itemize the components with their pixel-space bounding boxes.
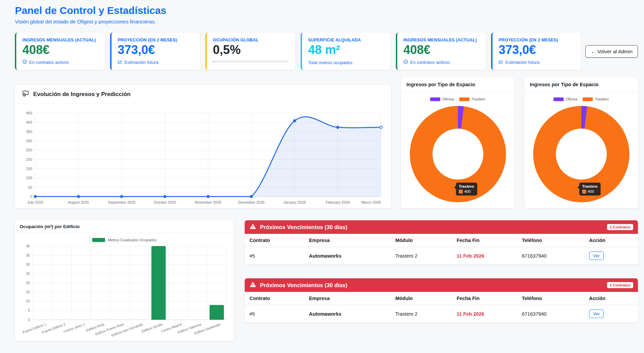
expirations-column: Próximos Vencimientos (30 días) 1 Contra… xyxy=(245,220,638,322)
tooltip-label: Trastero xyxy=(459,184,474,188)
occupancy-progress-bar xyxy=(213,60,289,62)
stat-footer-label: En contratos activos xyxy=(29,60,69,65)
cell-telefono: 671637940 xyxy=(522,307,589,321)
stat-value: 373,0€ xyxy=(499,43,575,57)
expirations-table-2: Próximos Vencimientos (30 días) 1 Contra… xyxy=(245,278,638,322)
donut-chart-title: Ingresos por Tipo de Espacio xyxy=(524,77,638,92)
tooltip-value-row: 400 xyxy=(582,189,598,193)
stat-label: INGRESOS MENSUALES (ACTUAL) xyxy=(22,38,99,42)
svg-text:25: 25 xyxy=(26,272,30,276)
svg-text:50: 50 xyxy=(28,185,32,189)
table-row: #5 Automaworks Trastero 2 11 Feb 2026 67… xyxy=(245,247,638,264)
svg-text:Centro Jerez 1: Centro Jerez 1 xyxy=(63,322,85,333)
column-header: Acción xyxy=(589,234,633,247)
cell-contrato: #5 xyxy=(249,249,309,263)
donut-chart: Trastero 400 xyxy=(533,106,629,202)
tooltip-swatch xyxy=(582,190,586,193)
income-evolution-header: $ Evolución de Ingresos y Predicción xyxy=(15,85,391,104)
legend-item-trastero[interactable]: Trastero xyxy=(459,97,485,101)
occupancy-progress-fill xyxy=(213,60,213,62)
column-header: Módulo xyxy=(395,234,457,247)
legend-label: Oficina xyxy=(566,97,577,101)
svg-text:5: 5 xyxy=(28,309,30,312)
donut-chart-title: Ingresos por Tipo de Espacio xyxy=(401,77,515,92)
stat-card: SUPERFICIE ALQUILADA 48 m² Total metros … xyxy=(301,33,390,70)
dashboard-page: Panel de Control y Estadísticas Visión g… xyxy=(0,0,644,341)
column-header: Acción xyxy=(589,292,633,305)
svg-text:30: 30 xyxy=(26,263,30,266)
bar-chart-title: Ocupación (m²) por Edificio xyxy=(15,220,234,233)
expirations-table-header: Próximos Vencimientos (30 días) 1 Contra… xyxy=(245,220,638,234)
trending-up-icon xyxy=(118,59,122,65)
oficina-swatch xyxy=(430,97,440,101)
stat-card: PROYECCIÓN (EN 2 MESES) 373,0€ Estimació… xyxy=(110,33,200,70)
donut-legend: Oficina Trastero xyxy=(554,97,609,101)
trending-up-icon xyxy=(499,59,503,65)
donut-chart: Trastero 400 xyxy=(410,106,506,202)
cell-accion: Ver xyxy=(589,247,633,264)
trastero-swatch xyxy=(583,97,593,101)
stat-footer: En contratos activos xyxy=(403,59,480,65)
cell-accion: Ver xyxy=(589,305,633,322)
income-evolution-chart: 050100150200250300350400450July 2025Augu… xyxy=(21,108,384,209)
stat-value: 48 m² xyxy=(308,43,384,57)
page-title: Panel de Control y Estadísticas xyxy=(15,5,638,16)
expirations-title: Próximos Vencimientos (30 días) xyxy=(260,224,347,230)
column-header: Módulo xyxy=(395,292,457,305)
svg-text:July 2025: July 2025 xyxy=(27,200,43,204)
svg-text:0: 0 xyxy=(28,318,30,322)
income-evolution-card: $ Evolución de Ingresos y Predicción 050… xyxy=(15,85,391,208)
expirations-table-header: Próximos Vencimientos (30 días) 1 Contra… xyxy=(245,278,638,292)
donut-hole xyxy=(432,129,483,180)
page-subtitle: Visión global del estado de Ofigest y pr… xyxy=(15,19,638,24)
stat-cards-row: INGRESOS MENSUALES (ACTUAL) 408€ En cont… xyxy=(15,33,638,70)
svg-text:20: 20 xyxy=(26,281,30,285)
svg-text:150: 150 xyxy=(26,167,32,171)
tooltip-value-row: 400 xyxy=(459,189,474,193)
expirations-title: Próximos Vencimientos (30 días) xyxy=(260,282,347,289)
svg-text:January 2026: January 2026 xyxy=(283,200,306,204)
stat-footer-label: En contratos activos xyxy=(410,60,450,65)
table-row: #5 Automaworks Trastero 2 11 Feb 2026 67… xyxy=(245,305,638,322)
stat-footer-label: Estimación futura xyxy=(505,60,539,65)
income-evolution-title: Evolución de Ingresos y Predicción xyxy=(33,91,130,98)
tooltip-label: Trastero xyxy=(582,184,598,188)
stat-footer: En contratos activos xyxy=(22,59,99,65)
check-circle-icon xyxy=(403,59,408,65)
svg-text:Edificio Sevilla: Edificio Sevilla xyxy=(141,322,163,333)
ver-button[interactable]: Ver xyxy=(589,310,604,318)
table-header-row: Contrato Empresa Módulo Fecha Fin Teléfo… xyxy=(245,292,638,305)
svg-text:35: 35 xyxy=(26,254,30,257)
column-header: Fecha Fin xyxy=(457,234,522,247)
stat-value: 0,5% xyxy=(213,43,289,57)
cell-empresa: Automaworks xyxy=(309,249,395,263)
bar-legend-label: Metros Cuadrados Ocupados xyxy=(108,238,157,242)
donut-tooltip: Trastero 400 xyxy=(456,183,477,196)
stat-card: OCUPACIÓN GLOBAL 0,5% xyxy=(205,33,295,70)
bottom-row: Ocupación (m²) por Edificio Metros Cuadr… xyxy=(15,220,638,341)
column-header: Empresa xyxy=(309,292,395,305)
svg-text:$: $ xyxy=(24,94,25,96)
svg-text:350: 350 xyxy=(26,130,32,134)
legend-item-oficina[interactable]: Oficina xyxy=(554,97,577,101)
legend-label: Trastero xyxy=(471,97,485,101)
table-header-row: Contrato Empresa Módulo Fecha Fin Teléfo… xyxy=(245,234,638,247)
svg-text:March 2026: March 2026 xyxy=(361,200,381,204)
back-to-admin-button[interactable]: ← Volver al Admin xyxy=(585,45,638,58)
svg-text:400: 400 xyxy=(26,120,32,124)
legend-item-trastero[interactable]: Trastero xyxy=(583,97,609,101)
warning-icon xyxy=(249,281,256,289)
svg-text:0: 0 xyxy=(30,194,32,199)
bar-chart-legend: Metros Cuadrados Ocupados xyxy=(15,238,234,242)
donut-chart-body: Oficina Trastero Trastero 400 xyxy=(401,92,515,202)
expirations-table-1: Próximos Vencimientos (30 días) 1 Contra… xyxy=(245,220,638,264)
legend-item-oficina[interactable]: Oficina xyxy=(430,97,454,101)
donut-tooltip: Trastero 400 xyxy=(579,183,601,196)
ver-button[interactable]: Ver xyxy=(589,252,604,260)
svg-text:250: 250 xyxy=(26,148,32,152)
cell-fecha-fin: 11 Feb 2026 xyxy=(457,249,522,263)
income-by-space-card-2: Ingresos por Tipo de Espacio Oficina Tra… xyxy=(524,77,638,208)
stat-footer: Estimación futura xyxy=(499,59,575,65)
bar-legend-swatch[interactable] xyxy=(92,238,105,242)
cell-contrato: #5 xyxy=(249,307,309,321)
